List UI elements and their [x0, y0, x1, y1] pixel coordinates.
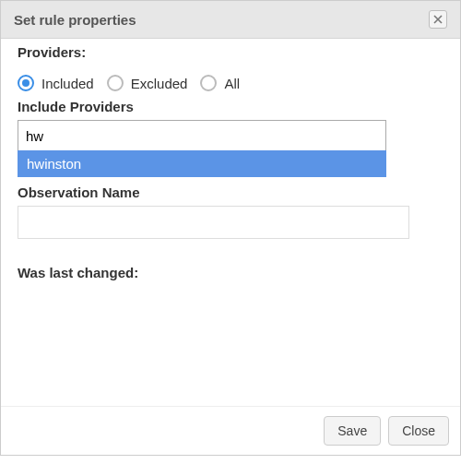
save-button[interactable]: Save [324, 416, 381, 446]
dialog-body[interactable]: Locations: Included Excluded All Provide… [1, 39, 460, 406]
body-spacer [18, 286, 443, 397]
include-providers-combobox: hwinston [18, 120, 386, 151]
providers-radio-excluded-label: Excluded [131, 76, 188, 91]
include-providers-label: Include Providers [18, 99, 443, 114]
providers-radio-included[interactable] [18, 75, 34, 91]
observation-name-label: Observation Name [18, 184, 443, 200]
dialog-footer: Save Close [1, 407, 460, 455]
dialog-title: Set rule properties [14, 12, 136, 28]
include-providers-dropdown: hwinston [18, 150, 386, 177]
providers-radio-excluded[interactable] [107, 75, 124, 91]
dialog-header: Set rule properties [1, 1, 460, 39]
providers-radio-all[interactable] [200, 75, 217, 91]
providers-radio-all-label: All [224, 76, 240, 91]
providers-radio-group: Included Excluded All [18, 75, 443, 91]
observation-name-input[interactable] [18, 206, 409, 239]
include-providers-suggestion[interactable]: hwinston [18, 150, 386, 177]
providers-label: Providers: [18, 44, 443, 60]
providers-radio-included-label: Included [41, 76, 94, 91]
was-last-changed-label: Was last changed: [18, 265, 443, 280]
set-rule-dialog: Set rule properties Locations: Included … [0, 0, 461, 456]
close-button[interactable]: Close [388, 416, 449, 446]
dialog-close-button[interactable] [429, 10, 447, 29]
include-providers-input[interactable] [18, 120, 386, 151]
close-icon [433, 15, 443, 24]
